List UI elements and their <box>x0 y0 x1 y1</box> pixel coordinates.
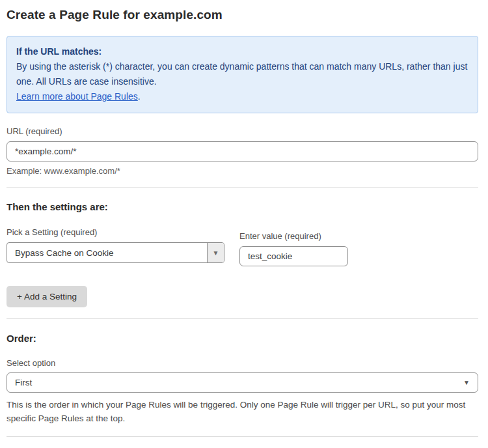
url-label: URL (required) <box>7 126 478 136</box>
learn-more-link[interactable]: Learn more about Page Rules <box>16 91 138 102</box>
order-select-value: First <box>15 378 32 387</box>
add-setting-button[interactable]: + Add a Setting <box>7 286 87 307</box>
setting-value-column: Enter value (required) <box>239 227 348 266</box>
settings-row: Pick a Setting (required) Bypass Cache o… <box>7 227 478 266</box>
settings-section-heading: Then the settings are: <box>7 201 478 212</box>
url-input[interactable] <box>7 141 478 161</box>
chevron-down-icon: ▼ <box>463 379 470 386</box>
url-example-text: Example: www.example.com/* <box>7 166 478 176</box>
divider <box>7 436 478 437</box>
info-box-heading: If the URL matches: <box>16 44 468 59</box>
page-title: Create a Page Rule for example.com <box>7 8 478 22</box>
divider <box>7 187 478 188</box>
order-select[interactable]: First ▼ <box>7 372 478 393</box>
chevron-down-icon: ▼ <box>213 249 219 257</box>
url-section: URL (required) Example: www.example.com/… <box>7 126 478 176</box>
setting-value-label: Enter value (required) <box>239 231 348 241</box>
setting-dropdown-value: Bypass Cache on Cookie <box>7 243 207 262</box>
setting-picker-label: Pick a Setting (required) <box>7 227 224 237</box>
setting-picker-column: Pick a Setting (required) Bypass Cache o… <box>7 227 224 266</box>
order-section-heading: Order: <box>7 333 478 344</box>
dropdown-arrow-button[interactable]: ▼ <box>207 243 224 262</box>
setting-dropdown[interactable]: Bypass Cache on Cookie ▼ <box>7 242 224 263</box>
divider <box>7 318 478 319</box>
link-period: . <box>138 91 141 102</box>
order-helper-text: This is the order in which your Page Rul… <box>7 398 475 425</box>
url-match-info-box: If the URL matches: By using the asteris… <box>7 36 478 113</box>
setting-value-input[interactable] <box>239 246 348 266</box>
order-select-label: Select option <box>7 358 478 368</box>
info-box-body: By using the asterisk (*) character, you… <box>16 61 467 87</box>
